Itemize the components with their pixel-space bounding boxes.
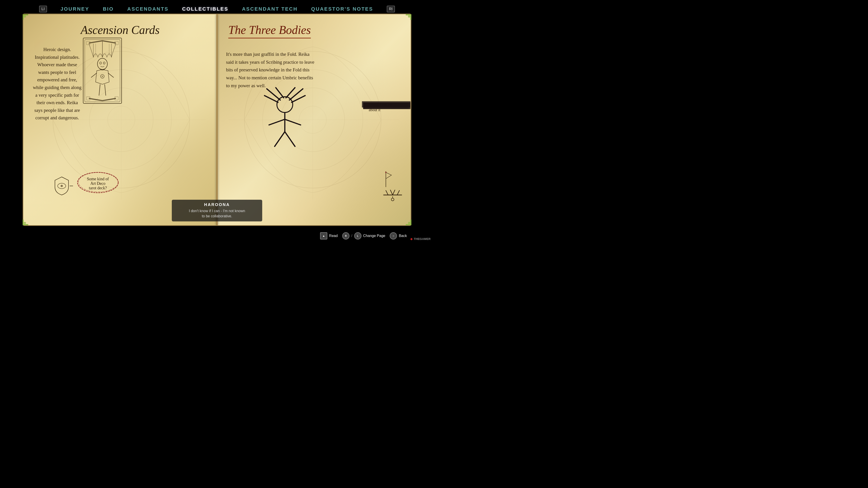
right-page: The Three Bodies It's more than just gra… (217, 14, 411, 225)
svg-point-61 (385, 172, 386, 173)
svg-line-56 (285, 132, 295, 147)
corner-decoration-br (399, 213, 412, 226)
svg-point-19 (100, 62, 101, 64)
back-button-icon[interactable]: ○ (390, 232, 397, 239)
nav-item-ascendant-tech[interactable]: ASCENDANT TECH (242, 6, 298, 12)
speaker-line-1: I don't know if I can - I'm not known (181, 208, 253, 214)
svg-point-2 (408, 15, 410, 18)
book: Ascension Cards Heroic design. Inspirati… (23, 13, 411, 226)
svg-line-25 (99, 84, 100, 96)
book-spine (216, 14, 218, 225)
art-deco-annotation: Some kind of Art Deco tarot deck? (75, 170, 121, 196)
speaker-name: HAROONA (181, 202, 253, 207)
back-label: Back (399, 234, 407, 238)
separator: / (351, 234, 352, 238)
left-page-title: Ascension Cards (35, 23, 206, 37)
shield-symbol (51, 175, 73, 198)
change-page-action[interactable]: R / L Change Page (342, 232, 385, 239)
svg-line-26 (105, 84, 106, 96)
nav-right-button[interactable]: RI (387, 6, 395, 12)
corner-decoration-tr (399, 13, 412, 27)
svg-point-3 (24, 222, 26, 224)
svg-text:tarot deck?: tarot deck? (89, 186, 107, 190)
corner-decoration-tl (22, 13, 35, 27)
bottom-right-symbol (381, 188, 404, 203)
svg-point-4 (408, 222, 410, 224)
bottom-hud: ▲ Read R / L Change Page ○ Back (320, 232, 407, 239)
svg-point-20 (103, 62, 105, 64)
right-page-title: The Three Bodies (228, 23, 399, 41)
change-page-button-r[interactable]: R (342, 232, 349, 239)
right-page-body-text: It's more than just graffiti in the Fold… (226, 51, 316, 90)
svg-text:Art Deco: Art Deco (90, 181, 105, 186)
nav-left-button[interactable]: LI (39, 6, 47, 12)
change-page-label: Change Page (363, 234, 385, 238)
speaker-line-2: to be collaborative. (181, 214, 253, 219)
svg-point-18 (97, 58, 107, 70)
svg-line-66 (397, 191, 399, 195)
nav-item-quaestors-notes[interactable]: QUAESTOR'S NOTES (311, 6, 373, 12)
nav-item-collectibles[interactable]: COLLECTIBLES (182, 6, 228, 12)
left-page-body-text: Heroic design. Inspirational platitudes.… (32, 46, 82, 122)
watermark-icon: ◆ (410, 237, 412, 240)
svg-line-64 (391, 190, 393, 195)
back-action[interactable]: ○ Back (390, 232, 407, 239)
svg-point-1 (24, 15, 26, 18)
svg-line-48 (276, 88, 284, 98)
card-illustration (82, 37, 123, 105)
svg-text:Some kind of: Some kind of (87, 177, 109, 181)
corner-decoration-bl (22, 213, 35, 226)
svg-line-65 (393, 190, 395, 195)
svg-line-24 (108, 73, 114, 77)
svg-rect-59 (364, 103, 409, 109)
svg-point-32 (61, 185, 63, 187)
svg-line-23 (91, 73, 97, 77)
svg-line-54 (285, 119, 301, 125)
read-label: Read (329, 234, 338, 238)
svg-line-49 (289, 89, 303, 100)
nav-item-ascendants[interactable]: ASCENDANTS (127, 6, 168, 12)
subtitle-box: HAROONA I don't know if I can - I'm not … (172, 200, 262, 221)
svg-point-8 (107, 106, 135, 133)
watermark-text: THEGAMER (414, 237, 431, 240)
nav-item-bio[interactable]: BIO (103, 6, 114, 12)
watermark: ◆ THEGAMER (410, 237, 431, 240)
nav-item-journey[interactable]: JOURNEY (61, 6, 89, 12)
stick-figure-drawing (258, 87, 326, 151)
navigation-bar: LI JOURNEY BIO ASCENDANTS COLLECTIBLES A… (0, 0, 434, 18)
read-button-icon[interactable]: ▲ (320, 232, 327, 239)
left-page: Ascension Cards Heroic design. Inspirati… (23, 14, 217, 225)
read-action[interactable]: ▲ Read (320, 232, 338, 239)
svg-line-55 (275, 132, 285, 147)
svg-point-22 (102, 76, 103, 77)
svg-line-53 (269, 119, 285, 125)
change-page-button-l[interactable]: L (354, 232, 362, 239)
svg-point-67 (391, 198, 394, 201)
svg-line-63 (386, 191, 388, 195)
small-flag-symbol (379, 170, 393, 189)
crossed-annotation: I think I am not about it (369, 102, 393, 112)
